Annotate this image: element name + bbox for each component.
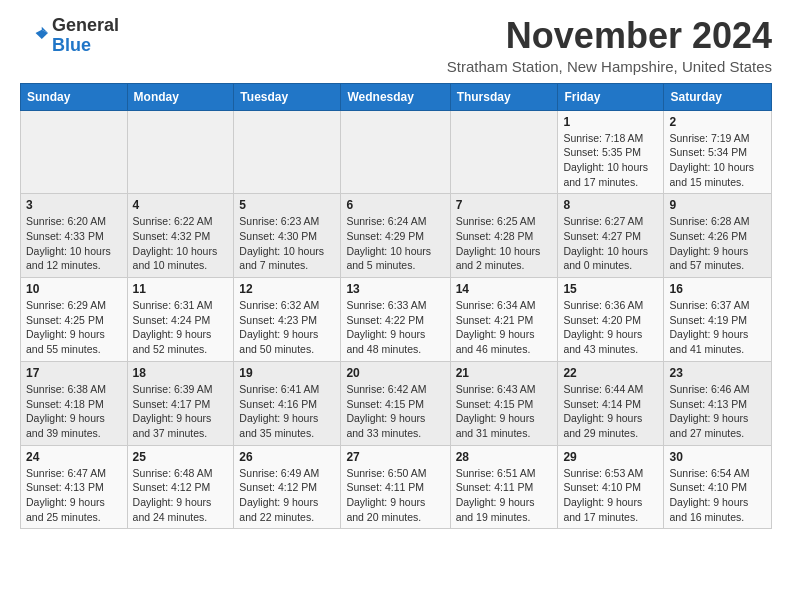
calendar-cell: 24Sunrise: 6:47 AMSunset: 4:13 PMDayligh…: [21, 445, 128, 529]
day-number: 4: [133, 198, 229, 212]
day-info: Sunrise: 6:33 AMSunset: 4:22 PMDaylight:…: [346, 298, 444, 357]
day-number: 21: [456, 366, 553, 380]
day-number: 10: [26, 282, 122, 296]
calendar-cell: 2Sunrise: 7:19 AMSunset: 5:34 PMDaylight…: [664, 110, 772, 194]
day-number: 7: [456, 198, 553, 212]
day-number: 20: [346, 366, 444, 380]
day-info: Sunrise: 6:38 AMSunset: 4:18 PMDaylight:…: [26, 382, 122, 441]
day-info: Sunrise: 6:46 AMSunset: 4:13 PMDaylight:…: [669, 382, 766, 441]
day-number: 2: [669, 115, 766, 129]
location-title: Stratham Station, New Hampshire, United …: [447, 58, 772, 75]
day-info: Sunrise: 6:44 AMSunset: 4:14 PMDaylight:…: [563, 382, 658, 441]
day-number: 27: [346, 450, 444, 464]
day-info: Sunrise: 7:19 AMSunset: 5:34 PMDaylight:…: [669, 131, 766, 190]
calendar-cell: [450, 110, 558, 194]
day-info: Sunrise: 6:41 AMSunset: 4:16 PMDaylight:…: [239, 382, 335, 441]
calendar-cell: 21Sunrise: 6:43 AMSunset: 4:15 PMDayligh…: [450, 361, 558, 445]
calendar-cell: [21, 110, 128, 194]
calendar-cell: 29Sunrise: 6:53 AMSunset: 4:10 PMDayligh…: [558, 445, 664, 529]
calendar-cell: 16Sunrise: 6:37 AMSunset: 4:19 PMDayligh…: [664, 278, 772, 362]
calendar: SundayMondayTuesdayWednesdayThursdayFrid…: [20, 83, 772, 530]
calendar-cell: 4Sunrise: 6:22 AMSunset: 4:32 PMDaylight…: [127, 194, 234, 278]
day-number: 29: [563, 450, 658, 464]
day-info: Sunrise: 6:34 AMSunset: 4:21 PMDaylight:…: [456, 298, 553, 357]
calendar-cell: 8Sunrise: 6:27 AMSunset: 4:27 PMDaylight…: [558, 194, 664, 278]
weekday-header-tuesday: Tuesday: [234, 83, 341, 110]
weekday-header-friday: Friday: [558, 83, 664, 110]
day-number: 14: [456, 282, 553, 296]
day-info: Sunrise: 6:29 AMSunset: 4:25 PMDaylight:…: [26, 298, 122, 357]
day-info: Sunrise: 6:36 AMSunset: 4:20 PMDaylight:…: [563, 298, 658, 357]
weekday-header-thursday: Thursday: [450, 83, 558, 110]
logo: General Blue: [20, 16, 119, 56]
logo-icon: [20, 22, 48, 50]
day-info: Sunrise: 6:24 AMSunset: 4:29 PMDaylight:…: [346, 214, 444, 273]
calendar-cell: [234, 110, 341, 194]
calendar-cell: 14Sunrise: 6:34 AMSunset: 4:21 PMDayligh…: [450, 278, 558, 362]
calendar-cell: 18Sunrise: 6:39 AMSunset: 4:17 PMDayligh…: [127, 361, 234, 445]
weekday-header-sunday: Sunday: [21, 83, 128, 110]
day-info: Sunrise: 6:28 AMSunset: 4:26 PMDaylight:…: [669, 214, 766, 273]
calendar-cell: 5Sunrise: 6:23 AMSunset: 4:30 PMDaylight…: [234, 194, 341, 278]
day-info: Sunrise: 6:20 AMSunset: 4:33 PMDaylight:…: [26, 214, 122, 273]
day-info: Sunrise: 6:48 AMSunset: 4:12 PMDaylight:…: [133, 466, 229, 525]
day-number: 30: [669, 450, 766, 464]
day-number: 22: [563, 366, 658, 380]
calendar-cell: 7Sunrise: 6:25 AMSunset: 4:28 PMDaylight…: [450, 194, 558, 278]
calendar-cell: 26Sunrise: 6:49 AMSunset: 4:12 PMDayligh…: [234, 445, 341, 529]
weekday-header-saturday: Saturday: [664, 83, 772, 110]
day-number: 6: [346, 198, 444, 212]
day-info: Sunrise: 6:22 AMSunset: 4:32 PMDaylight:…: [133, 214, 229, 273]
title-section: November 2024 Stratham Station, New Hamp…: [447, 16, 772, 75]
calendar-cell: 27Sunrise: 6:50 AMSunset: 4:11 PMDayligh…: [341, 445, 450, 529]
calendar-cell: [341, 110, 450, 194]
calendar-cell: 15Sunrise: 6:36 AMSunset: 4:20 PMDayligh…: [558, 278, 664, 362]
calendar-cell: 10Sunrise: 6:29 AMSunset: 4:25 PMDayligh…: [21, 278, 128, 362]
day-info: Sunrise: 6:49 AMSunset: 4:12 PMDaylight:…: [239, 466, 335, 525]
day-info: Sunrise: 6:32 AMSunset: 4:23 PMDaylight:…: [239, 298, 335, 357]
day-info: Sunrise: 6:39 AMSunset: 4:17 PMDaylight:…: [133, 382, 229, 441]
calendar-cell: 11Sunrise: 6:31 AMSunset: 4:24 PMDayligh…: [127, 278, 234, 362]
day-info: Sunrise: 6:47 AMSunset: 4:13 PMDaylight:…: [26, 466, 122, 525]
day-info: Sunrise: 6:31 AMSunset: 4:24 PMDaylight:…: [133, 298, 229, 357]
day-number: 15: [563, 282, 658, 296]
day-info: Sunrise: 6:37 AMSunset: 4:19 PMDaylight:…: [669, 298, 766, 357]
day-number: 8: [563, 198, 658, 212]
month-title: November 2024: [447, 16, 772, 56]
calendar-cell: 3Sunrise: 6:20 AMSunset: 4:33 PMDaylight…: [21, 194, 128, 278]
logo-general-text: General: [52, 15, 119, 35]
calendar-cell: 30Sunrise: 6:54 AMSunset: 4:10 PMDayligh…: [664, 445, 772, 529]
day-number: 3: [26, 198, 122, 212]
day-info: Sunrise: 7:18 AMSunset: 5:35 PMDaylight:…: [563, 131, 658, 190]
day-number: 28: [456, 450, 553, 464]
calendar-cell: 28Sunrise: 6:51 AMSunset: 4:11 PMDayligh…: [450, 445, 558, 529]
logo-blue-text: Blue: [52, 35, 91, 55]
calendar-cell: 22Sunrise: 6:44 AMSunset: 4:14 PMDayligh…: [558, 361, 664, 445]
day-info: Sunrise: 6:50 AMSunset: 4:11 PMDaylight:…: [346, 466, 444, 525]
day-info: Sunrise: 6:51 AMSunset: 4:11 PMDaylight:…: [456, 466, 553, 525]
calendar-cell: 6Sunrise: 6:24 AMSunset: 4:29 PMDaylight…: [341, 194, 450, 278]
calendar-cell: 12Sunrise: 6:32 AMSunset: 4:23 PMDayligh…: [234, 278, 341, 362]
day-number: 5: [239, 198, 335, 212]
calendar-cell: 20Sunrise: 6:42 AMSunset: 4:15 PMDayligh…: [341, 361, 450, 445]
calendar-cell: 1Sunrise: 7:18 AMSunset: 5:35 PMDaylight…: [558, 110, 664, 194]
day-info: Sunrise: 6:25 AMSunset: 4:28 PMDaylight:…: [456, 214, 553, 273]
weekday-header-wednesday: Wednesday: [341, 83, 450, 110]
day-number: 19: [239, 366, 335, 380]
day-number: 24: [26, 450, 122, 464]
day-info: Sunrise: 6:54 AMSunset: 4:10 PMDaylight:…: [669, 466, 766, 525]
day-number: 25: [133, 450, 229, 464]
day-info: Sunrise: 6:43 AMSunset: 4:15 PMDaylight:…: [456, 382, 553, 441]
day-number: 1: [563, 115, 658, 129]
calendar-cell: 25Sunrise: 6:48 AMSunset: 4:12 PMDayligh…: [127, 445, 234, 529]
day-number: 23: [669, 366, 766, 380]
calendar-cell: 9Sunrise: 6:28 AMSunset: 4:26 PMDaylight…: [664, 194, 772, 278]
weekday-header-monday: Monday: [127, 83, 234, 110]
calendar-cell: 23Sunrise: 6:46 AMSunset: 4:13 PMDayligh…: [664, 361, 772, 445]
day-number: 11: [133, 282, 229, 296]
day-number: 17: [26, 366, 122, 380]
day-info: Sunrise: 6:42 AMSunset: 4:15 PMDaylight:…: [346, 382, 444, 441]
day-number: 13: [346, 282, 444, 296]
calendar-cell: 19Sunrise: 6:41 AMSunset: 4:16 PMDayligh…: [234, 361, 341, 445]
day-number: 12: [239, 282, 335, 296]
